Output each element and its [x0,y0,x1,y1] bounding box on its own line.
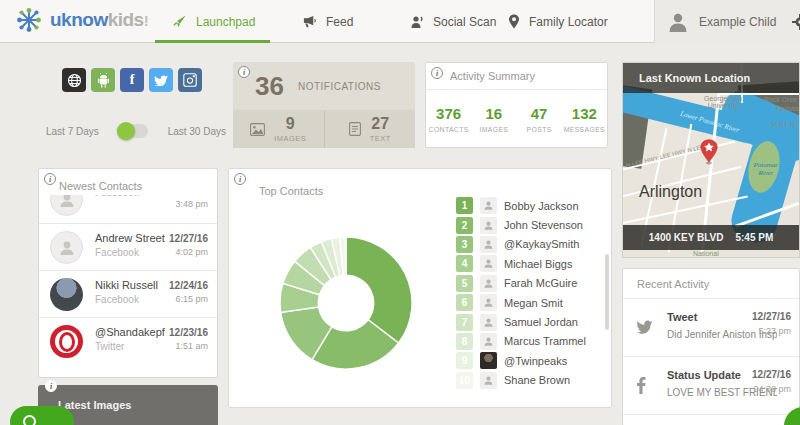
rank-badge: 10 [456,372,473,389]
activity-time: 5:23 pm [758,326,791,336]
rocket-icon [172,14,187,29]
top-contact-row[interactable]: 1Bobby Jackson [456,196,606,215]
rank-badge: 3 [456,236,473,253]
info-icon[interactable]: i [238,66,250,78]
newest-contacts-panel: i Newest Contacts Facebook 12/27/163:48 … [38,168,218,378]
text-notifications[interactable]: 27TEXT [324,110,416,148]
facebook-filter-button[interactable]: f [120,68,144,92]
info-icon[interactable]: i [45,380,57,392]
avatar-placeholder [480,275,497,292]
recent-activity-panel: Recent Activity Tweet 12/27/16 Did Jenni… [622,268,800,425]
donut-segment[interactable] [346,237,412,343]
nav-tab-social-scan[interactable]: Social Scan [410,0,496,43]
rank-badge: 2 [456,217,473,234]
person-icon [58,239,76,257]
megaphone-icon [302,15,317,29]
child-selector-dropdown[interactable]: Example Child [654,0,800,43]
stat-images[interactable]: 16IMAGES [471,105,516,133]
nav-label: Social Scan [433,15,496,29]
uknowkids-logo[interactable]: uknowkids! [16,7,148,33]
nav-tab-family-locator[interactable]: Family Locator [508,0,608,43]
instagram-filter-button[interactable] [178,68,202,92]
facebook-icon: f [130,72,135,88]
contact-name: Bobby Jackson [504,200,579,212]
android-filter-button[interactable] [91,68,115,92]
top-contacts-donut-chart[interactable] [276,233,416,373]
notification-caption: NOTIFICATIONS [298,81,381,92]
settings-gear-icon[interactable] [792,14,800,30]
chat-help-button[interactable] [10,406,74,425]
top-contact-row[interactable]: 9@Twinpeaks [456,351,606,370]
info-icon[interactable]: i [431,67,443,79]
contact-row[interactable]: @ShandakepfTwitter 12/23/161:51 am [39,317,217,364]
logo-wordmark: uknowkids! [50,9,148,31]
camera-icon [183,73,197,87]
stat-messages[interactable]: 132MESSAGES [562,105,607,133]
top-contact-row[interactable]: 8Marcus Trammel [456,332,606,351]
map-title-band: Last Known Location [623,63,799,93]
last-7-days-label[interactable]: Last 7 Days [46,126,99,137]
avatar-placeholder [480,314,497,331]
nav-label: Family Locator [529,15,608,29]
avatar-logo [50,325,83,358]
top-navigation-bar: uknowkids! Launchpad Feed Social Scan Fa… [0,0,800,43]
twitter-bird-icon [636,319,653,334]
contact-name: Andrew Street [95,232,165,244]
top-contact-row[interactable]: 10Shane Brown [456,371,606,390]
map-address-band: 1400 KEY BLVD 5:45 PM [623,225,799,250]
scrollbar-thumb[interactable] [605,254,609,330]
toggle-knob[interactable] [117,122,135,140]
notifications-summary: 36 NOTIFICATIONS [233,62,415,110]
rank-badge: 9 [456,352,473,369]
top-contact-row[interactable]: 7Samuel Jordan [456,312,606,331]
contact-source: Twitter [95,341,165,352]
avatar-placeholder [480,236,497,253]
top-contact-row[interactable]: 6Megan Smit [456,293,606,312]
avatar-placeholder [480,255,497,272]
top-contact-row[interactable]: 2John Stevenson [456,215,606,234]
rank-badge: 7 [456,314,473,331]
top-contact-row[interactable]: 3@KaykaySmith [456,235,606,254]
nav-tab-feed[interactable]: Feed [302,0,353,43]
contact-name: @Twinpeaks [504,355,567,367]
notification-count: 36 [255,71,284,102]
notifications-breakdown: 9IMAGES 27TEXT [233,110,415,148]
person-icon [483,278,494,289]
info-icon[interactable]: i [234,173,246,185]
river-label: Potomac River [749,161,783,177]
rank-badge: 4 [456,255,473,272]
top-contacts-panel: i Top Contacts 1Bobby Jackson 2John Stev… [228,168,612,408]
images-label: IMAGES [274,134,306,143]
last-location-time: 5:45 PM [735,232,773,243]
twitter-filter-button[interactable] [149,68,173,92]
images-notifications[interactable]: 9IMAGES [233,110,324,148]
contact-row[interactable]: Nikki RussellFacebook 12/24/166:15 pm [39,270,217,317]
last-known-location-map[interactable]: Georgetown University Rock Cree Parkwa M… [622,62,800,258]
last-30-days-label[interactable]: Last 30 Days [168,126,226,137]
contact-date: 12/27/16 [169,233,208,244]
contact-row[interactable]: Andrew StreetFacebook 12/27/164:02 pm [39,223,217,270]
activity-item-tweet[interactable]: Tweet 12/27/16 Did Jennifer Aniston Insp… [623,299,799,357]
contact-row[interactable]: Facebook 12/27/163:48 pm [39,195,217,223]
image-icon [250,123,265,136]
stat-contacts[interactable]: 376CONTACTS [426,105,471,133]
location-pin-icon[interactable] [699,139,719,165]
contact-name: @KaykaySmith [504,238,579,250]
contact-name: Samuel Jordan [504,316,578,328]
stat-value: 47 [517,105,562,122]
stat-posts[interactable]: 47POSTS [517,105,562,133]
web-filter-button[interactable] [62,68,86,92]
nav-tab-launchpad[interactable]: Launchpad [172,0,255,43]
info-icon[interactable]: i [44,173,56,185]
date-range-toggle[interactable] [118,124,148,138]
avatar-photo [480,352,497,369]
child-name: Example Child [699,15,776,29]
newest-contacts-header: Newest Contacts [39,169,217,195]
top-contact-row[interactable]: 5Farah McGuire [456,274,606,293]
top-contact-row[interactable]: 4Michael Biggs [456,254,606,273]
activity-type: Tweet [667,311,697,323]
person-icon [58,195,76,209]
activity-item-status-update[interactable]: Status Update 12/27/16 LOVE MY BEST FRIE… [623,357,799,415]
text-label: TEXT [370,134,391,143]
facebook-f-icon [636,377,646,394]
